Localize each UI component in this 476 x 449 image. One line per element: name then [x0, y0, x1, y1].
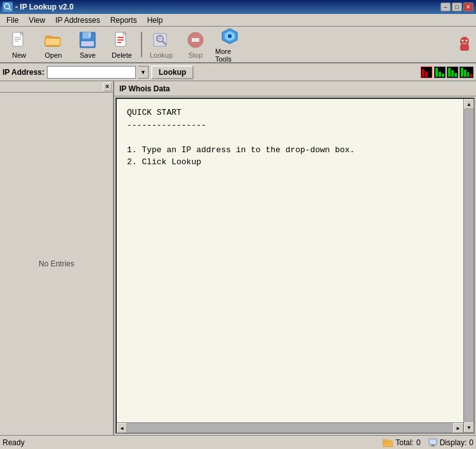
address-bar-right: [421, 67, 473, 78]
left-panel-header: ×: [0, 81, 113, 93]
svg-rect-15: [81, 41, 94, 46]
svg-point-32: [460, 37, 469, 46]
stop-button[interactable]: Stop: [179, 29, 212, 60]
title-bar-left: - IP Lookup v2.0: [3, 2, 74, 12]
stop-label: Stop: [188, 51, 203, 59]
menu-help[interactable]: Help: [142, 15, 168, 26]
new-icon: [9, 30, 29, 50]
app-icon: [3, 2, 13, 12]
network-indicator-4: [459, 67, 473, 78]
main-content: × No Entries IP Whois Data QUICK START -…: [0, 81, 476, 435]
total-count-item: Total: 0: [383, 438, 420, 447]
monitor-icon: [428, 438, 437, 447]
lookup-button[interactable]: Lookup: [145, 29, 178, 60]
svg-rect-38: [429, 439, 437, 445]
svg-rect-14: [89, 32, 91, 37]
menu-file[interactable]: File: [1, 15, 23, 26]
svg-point-0: [4, 4, 10, 9]
whois-content-text: QUICK START ---------------- 1. Type an …: [117, 99, 473, 176]
svg-rect-33: [460, 44, 469, 51]
title-bar: - IP Lookup v2.0 – □ ✕: [0, 0, 476, 14]
display-count-item: Display: 0: [428, 438, 473, 447]
stop-icon: [185, 30, 206, 50]
delete-label: Delete: [112, 51, 132, 59]
delete-icon: [112, 30, 132, 50]
svg-rect-40: [430, 446, 435, 446]
left-panel-content: No Entries: [0, 93, 113, 435]
display-value: 0: [469, 438, 473, 447]
menu-view[interactable]: View: [23, 15, 50, 26]
toolbar: New Open Save: [0, 27, 476, 63]
save-button[interactable]: Save: [71, 29, 104, 60]
address-label: IP Address:: [3, 68, 44, 77]
new-label: New: [12, 51, 26, 59]
network-indicator-3: [447, 67, 458, 78]
maximize-button[interactable]: □: [452, 3, 462, 11]
open-icon: [43, 30, 63, 50]
address-bar: IP Address: ▼ Lookup: [0, 63, 476, 81]
address-dropdown-arrow[interactable]: ▼: [138, 66, 149, 79]
more-tools-icon: [220, 26, 240, 46]
panel-title: IP Whois Data: [114, 81, 476, 96]
new-button[interactable]: New: [3, 29, 36, 60]
menu-bar: File View IP Addresses Reports Help: [0, 14, 476, 27]
lookup-icon: [151, 30, 171, 50]
left-panel: × No Entries: [0, 81, 114, 435]
scroll-h-track[interactable]: [127, 423, 453, 433]
toolbar-separator: [141, 32, 142, 57]
scroll-down-button[interactable]: ▼: [464, 422, 474, 433]
svg-rect-37: [383, 439, 387, 442]
status-right: Total: 0 Display: 0: [383, 438, 473, 447]
lookup-submit-button[interactable]: Lookup: [151, 65, 194, 79]
right-panel: IP Whois Data QUICK START --------------…: [114, 81, 476, 435]
save-icon: [77, 30, 98, 50]
svg-point-34: [462, 39, 464, 41]
left-panel-close-button[interactable]: ×: [103, 82, 112, 91]
total-label: Total:: [395, 438, 414, 447]
network-indicator-1: [421, 67, 432, 78]
display-label: Display:: [440, 438, 467, 447]
vertical-scrollbar[interactable]: ▲ ▼: [463, 99, 473, 433]
menu-ip-addresses[interactable]: IP Addresses: [50, 15, 105, 26]
svg-point-31: [228, 34, 232, 38]
window-controls: – □ ✕: [440, 3, 473, 11]
delete-button[interactable]: Delete: [105, 29, 138, 60]
scroll-up-button[interactable]: ▲: [464, 99, 474, 109]
more-tools-label: More Tools: [215, 48, 244, 63]
minimize-button[interactable]: –: [440, 3, 451, 11]
svg-rect-11: [45, 38, 60, 46]
scroll-right-button[interactable]: ►: [453, 423, 463, 433]
ninja-icon: [456, 35, 473, 55]
save-label: Save: [79, 51, 95, 59]
network-indicator-2: [434, 67, 446, 78]
horizontal-scrollbar[interactable]: ◄ ►: [117, 422, 463, 433]
svg-point-35: [466, 39, 468, 41]
folder-icon: [383, 438, 393, 447]
toolbar-right-icons: [456, 35, 473, 55]
total-value: 0: [416, 438, 421, 447]
menu-reports[interactable]: Reports: [105, 15, 142, 26]
window-title: - IP Lookup v2.0: [15, 3, 74, 11]
status-text: Ready: [3, 438, 378, 447]
scroll-track[interactable]: [464, 109, 473, 422]
whois-content-area: QUICK START ---------------- 1. Type an …: [116, 98, 475, 434]
svg-rect-30: [192, 38, 199, 42]
status-bar: Ready Total: 0 Display: 0: [0, 435, 476, 449]
svg-line-1: [9, 8, 11, 10]
lookup-label: Lookup: [150, 51, 173, 59]
open-button[interactable]: Open: [37, 29, 70, 60]
close-button[interactable]: ✕: [463, 3, 473, 11]
scroll-left-button[interactable]: ◄: [117, 423, 127, 433]
open-label: Open: [45, 51, 62, 59]
ip-address-input[interactable]: [47, 66, 136, 79]
svg-rect-39: [432, 445, 434, 446]
more-tools-button[interactable]: More Tools: [213, 29, 246, 60]
no-entries-label: No Entries: [39, 259, 74, 268]
